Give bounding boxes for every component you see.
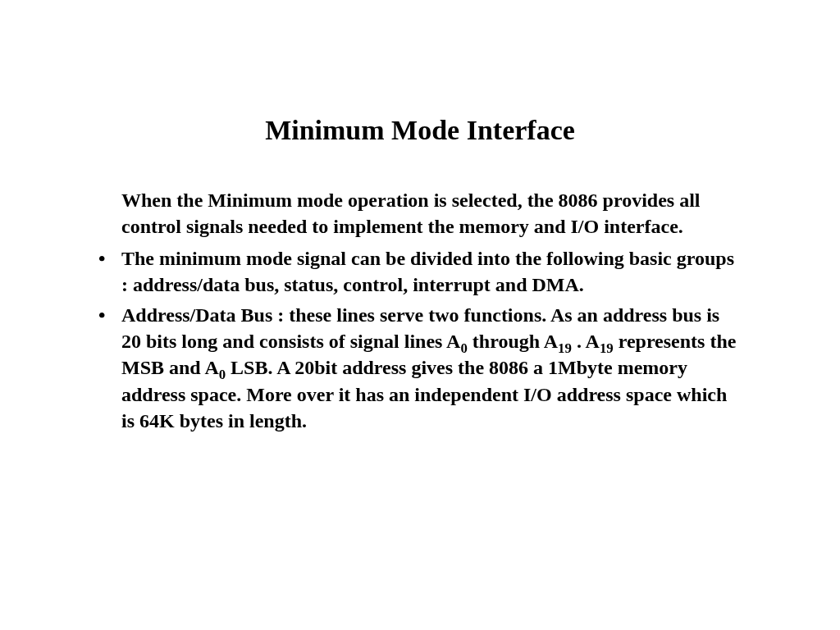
list-item: The minimum mode signal can be divided i… [98,245,742,299]
subscript: 19 [558,340,572,356]
bullet-text: The minimum mode signal can be divided i… [121,248,734,295]
subscript: 0 [219,367,226,382]
bullet-text: through A [468,331,558,352]
subscript: 19 [600,340,614,356]
slide-body: When the Minimum mode operation is selec… [98,187,742,435]
slide-title: Minimum Mode Interface [98,115,742,146]
bullet-list: The minimum mode signal can be divided i… [98,245,742,435]
bullet-text: . A [572,331,600,352]
list-item: Address/Data Bus : these lines serve two… [98,302,742,435]
slide: Minimum Mode Interface When the Minimum … [0,0,840,630]
intro-paragraph: When the Minimum mode operation is selec… [121,187,742,240]
subscript: 0 [460,340,467,356]
